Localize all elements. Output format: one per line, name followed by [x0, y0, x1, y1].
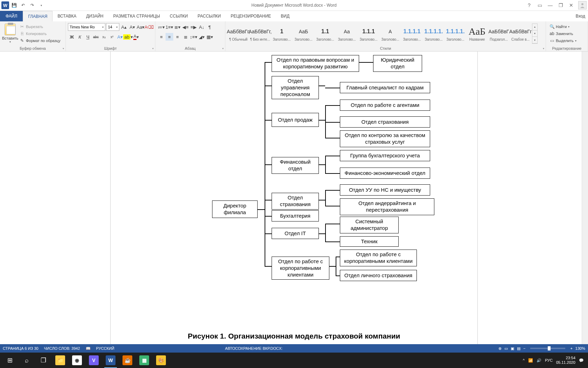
- align-right-icon[interactable]: ≡: [174, 33, 181, 41]
- align-center-icon[interactable]: ≡: [166, 33, 173, 41]
- clear-format-icon[interactable]: A⌫: [145, 23, 153, 31]
- font-size-combo[interactable]: 14▾: [106, 23, 119, 31]
- user-avatar[interactable]: [578, 1, 587, 9]
- minimize-icon[interactable]: —: [545, 1, 555, 9]
- bullets-icon[interactable]: ≔▾: [158, 23, 165, 31]
- change-case-icon[interactable]: Aa▾: [137, 23, 145, 31]
- macro-stop-icon[interactable]: ⊗: [498, 346, 502, 351]
- tab-home[interactable]: ГЛАВНАЯ: [23, 11, 52, 21]
- increase-indent-icon[interactable]: ≡▶: [190, 23, 197, 31]
- restore-icon[interactable]: ❐: [556, 1, 566, 9]
- style-item-10[interactable]: 1.1.1.1.Заголово...: [444, 23, 466, 44]
- tab-references[interactable]: ССЫЛКИ: [165, 11, 192, 21]
- tab-view[interactable]: ВИД: [276, 11, 294, 21]
- zoom-level[interactable]: 130%: [575, 346, 585, 350]
- bold-button[interactable]: Ж: [68, 33, 76, 41]
- read-mode-icon[interactable]: ▭: [504, 346, 508, 351]
- style-item-1[interactable]: АаБбВвГг,¶ Без инте...: [249, 23, 271, 44]
- style-item-9[interactable]: 1.1.1.1.Заголово...: [423, 23, 444, 44]
- shrink-font-icon[interactable]: A▾: [128, 23, 136, 31]
- borders-icon[interactable]: ▦▾: [206, 33, 214, 41]
- taskbar-explorer[interactable]: 📁: [52, 353, 69, 368]
- highlight-icon[interactable]: ab▾: [124, 33, 132, 41]
- keyboard-lang[interactable]: РУС: [545, 358, 553, 362]
- paste-dropdown-icon[interactable]: ▾: [9, 40, 11, 43]
- undo-icon[interactable]: ↶: [19, 1, 27, 9]
- zoom-in-icon[interactable]: +: [570, 346, 572, 350]
- print-layout-icon[interactable]: ▣: [511, 346, 514, 351]
- style-item-12[interactable]: АаБбВвГПодзагол...: [488, 23, 510, 44]
- help-icon[interactable]: ?: [524, 1, 534, 9]
- taskbar-taskview[interactable]: ❐: [35, 353, 52, 368]
- styles-gallery[interactable]: АаБбВвГг,¶ ОбычныйАаБбВвГг,¶ Без инте...…: [227, 23, 544, 45]
- qat-customize-icon[interactable]: ▾: [37, 1, 46, 9]
- taskbar-java[interactable]: ☕: [119, 353, 136, 368]
- redo-icon[interactable]: ↷: [28, 1, 36, 9]
- taskbar-app1[interactable]: ▦: [136, 353, 153, 368]
- proofing-icon[interactable]: 📖: [86, 346, 91, 351]
- show-marks-icon[interactable]: ¶: [206, 23, 214, 31]
- format-painter-button[interactable]: ✎Формат по образцу: [20, 38, 61, 44]
- strike-button[interactable]: abc: [92, 33, 100, 41]
- tab-file[interactable]: ФАЙЛ: [0, 11, 23, 21]
- notifications-icon[interactable]: 💬: [579, 358, 584, 363]
- taskbar-windows[interactable]: ⊞: [1, 353, 18, 368]
- language-indicator[interactable]: РУССКИЙ: [96, 346, 114, 350]
- style-item-8[interactable]: 1.1.1.1Заголово...: [401, 23, 423, 44]
- volume-icon[interactable]: 🔊: [537, 358, 541, 363]
- grow-font-icon[interactable]: A▴: [120, 23, 128, 31]
- close-icon[interactable]: ✕: [566, 1, 576, 9]
- copy-button[interactable]: ⎘Копировать: [20, 30, 61, 37]
- taskbar-paint[interactable]: 🎨: [153, 353, 169, 368]
- font-color-icon[interactable]: A▾: [132, 33, 140, 41]
- taskbar-chrome[interactable]: ◉: [69, 353, 85, 368]
- subscript-button[interactable]: x₂: [100, 33, 108, 41]
- style-item-5[interactable]: АаЗаголово...: [336, 23, 358, 44]
- ribbon-display-icon[interactable]: ▭: [535, 1, 545, 9]
- taskbar-word[interactable]: W: [102, 353, 119, 368]
- font-name-combo[interactable]: Times New Ro▾: [68, 23, 105, 31]
- numbering-icon[interactable]: 1≡▾: [166, 23, 173, 31]
- tab-mailings[interactable]: РАССЫЛКИ: [193, 11, 226, 21]
- tab-design[interactable]: ДИЗАЙН: [81, 11, 108, 21]
- word-count[interactable]: ЧИСЛО СЛОВ: 3942: [44, 346, 80, 350]
- clock[interactable]: 23:54 05.11.2020: [556, 356, 575, 365]
- italic-button[interactable]: К: [76, 33, 84, 41]
- line-spacing-icon[interactable]: ↕≡▾: [190, 33, 197, 41]
- justify-icon[interactable]: ≣: [182, 33, 189, 41]
- taskbar-search[interactable]: ⌕: [18, 353, 35, 368]
- zoom-slider[interactable]: [530, 348, 565, 349]
- sort-icon[interactable]: A↓: [198, 23, 205, 31]
- style-item-2[interactable]: 1Заголово...: [271, 23, 293, 44]
- taskbar-viber[interactable]: V: [85, 353, 102, 368]
- styles-scroll[interactable]: ▴▾▾: [532, 23, 538, 44]
- shading-icon[interactable]: ◢▾: [198, 33, 205, 41]
- style-item-6[interactable]: 1.1.1Заголово...: [358, 23, 379, 44]
- tab-review[interactable]: РЕЦЕНЗИРОВАНИЕ: [226, 11, 276, 21]
- style-item-0[interactable]: АаБбВвГг,¶ Обычный: [227, 23, 249, 44]
- text-effects-icon[interactable]: A▾: [116, 33, 124, 41]
- find-button[interactable]: 🔍Найти▾: [548, 23, 586, 30]
- document-area[interactable]: Директор филиалаОтдел по правовым вопрос…: [0, 52, 582, 353]
- zoom-out-icon[interactable]: −: [523, 346, 525, 350]
- underline-button[interactable]: Ч: [84, 33, 92, 41]
- style-item-4[interactable]: 1.1Заголово...: [314, 23, 336, 44]
- network-icon[interactable]: 📶: [528, 358, 533, 363]
- select-button[interactable]: ▭Выделить▾: [548, 38, 586, 44]
- style-item-3[interactable]: АаБЗаголово...: [293, 23, 314, 44]
- superscript-button[interactable]: x²: [108, 33, 116, 41]
- tab-layout[interactable]: РАЗМЕТКА СТРАНИЦЫ: [108, 11, 165, 21]
- save-icon[interactable]: 💾: [10, 1, 18, 9]
- vertical-scrollbar[interactable]: [582, 52, 588, 353]
- align-left-icon[interactable]: ≡: [158, 33, 165, 41]
- web-layout-icon[interactable]: ▤: [517, 346, 520, 351]
- tray-chevron-icon[interactable]: ^: [523, 358, 525, 362]
- sign-in-link[interactable]: Вход: [576, 11, 585, 21]
- style-item-7[interactable]: АЗаголово...: [379, 23, 401, 44]
- tab-insert[interactable]: ВСТАВКА: [52, 11, 81, 21]
- decrease-indent-icon[interactable]: ◀≡: [182, 23, 189, 31]
- multilevel-icon[interactable]: ≣▾: [174, 23, 181, 31]
- cut-button[interactable]: ✂Вырезать: [20, 23, 61, 30]
- replace-button[interactable]: abЗаменить: [548, 30, 586, 37]
- style-item-11[interactable]: АаБНазвание: [466, 23, 488, 44]
